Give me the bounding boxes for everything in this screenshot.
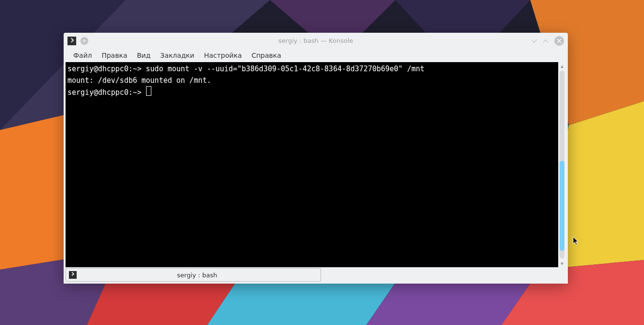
window-title: sergiy : bash — Konsole bbox=[64, 37, 568, 44]
prompt: sergiy@dhcppc0:~> bbox=[67, 65, 146, 73]
terminal[interactable]: sergiy@dhcppc0:~> sudo mount -v --uuid="… bbox=[66, 62, 558, 267]
menu-settings[interactable]: Настройка bbox=[199, 50, 247, 61]
konsole-window: + sergiy : bash — Konsole Файл Правка Ви… bbox=[64, 33, 568, 284]
terminal-area: sergiy@dhcppc0:~> sudo mount -v --uuid="… bbox=[66, 62, 566, 267]
menu-edit[interactable]: Правка bbox=[97, 50, 132, 61]
scroll-thumb[interactable] bbox=[560, 161, 564, 251]
tab-label: sergiy : bash bbox=[77, 272, 318, 279]
minimize-button[interactable] bbox=[531, 38, 538, 44]
menu-help[interactable]: Справка bbox=[247, 50, 286, 61]
output-line: mount: /dev/sdb6 mounted on /mnt. bbox=[67, 76, 211, 85]
terminal-cursor bbox=[146, 86, 151, 96]
scroll-up-arrow[interactable]: ▴ bbox=[558, 62, 566, 70]
close-button[interactable] bbox=[554, 36, 564, 46]
maximize-button[interactable] bbox=[543, 38, 550, 44]
scroll-track[interactable] bbox=[560, 71, 564, 259]
titlebar[interactable]: + sergiy : bash — Konsole bbox=[64, 33, 568, 49]
new-tab-button[interactable]: + bbox=[80, 37, 89, 45]
menubar: Файл Правка Вид Закладки Настройка Справ… bbox=[64, 49, 568, 62]
command-text: sudo mount -v --uuid="b386d309-05c1-42c8… bbox=[146, 65, 425, 73]
prompt: sergiy@dhcppc0:~> bbox=[67, 88, 146, 97]
scroll-down-arrow[interactable]: ▾ bbox=[558, 260, 566, 267]
menu-view[interactable]: Вид bbox=[132, 50, 155, 61]
scrollbar[interactable]: ▴ ▾ bbox=[558, 62, 566, 267]
menu-file[interactable]: Файл bbox=[68, 50, 97, 61]
tab-icon bbox=[69, 271, 77, 279]
tabbar: sergiy : bash bbox=[64, 267, 568, 284]
app-menu-icon[interactable] bbox=[67, 37, 76, 45]
menu-bookmarks[interactable]: Закладки bbox=[155, 50, 199, 61]
tab-active[interactable]: sergiy : bash bbox=[66, 268, 321, 282]
